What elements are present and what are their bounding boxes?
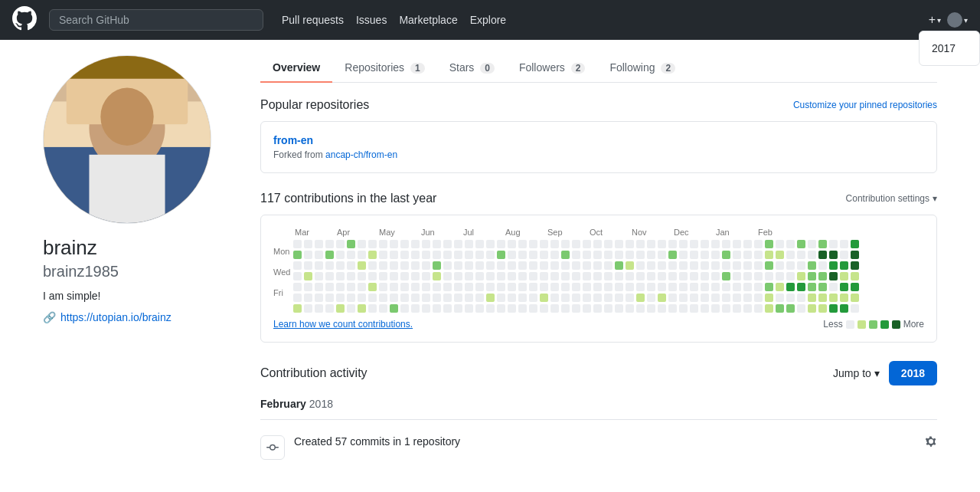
graph-cell[interactable] <box>336 294 345 302</box>
graph-cell[interactable] <box>347 283 355 291</box>
graph-cell[interactable] <box>658 240 666 248</box>
graph-cell[interactable] <box>465 240 473 248</box>
graph-cell[interactable] <box>379 240 387 248</box>
graph-cell[interactable] <box>690 251 698 259</box>
graph-cell[interactable] <box>829 304 838 313</box>
graph-cell[interactable] <box>593 272 602 280</box>
graph-cell[interactable] <box>561 261 570 270</box>
graph-cell[interactable] <box>786 251 795 259</box>
graph-cell[interactable] <box>508 294 516 302</box>
graph-cell[interactable] <box>765 240 773 248</box>
graph-cell[interactable] <box>583 261 591 270</box>
graph-cell[interactable] <box>593 304 602 313</box>
graph-cell[interactable] <box>765 272 773 280</box>
graph-cell[interactable] <box>465 304 473 313</box>
graph-cell[interactable] <box>454 261 462 270</box>
graph-cell[interactable] <box>400 272 409 280</box>
graph-cell[interactable] <box>829 240 838 248</box>
graph-cell[interactable] <box>690 304 698 313</box>
graph-cell[interactable] <box>325 261 334 270</box>
graph-cell[interactable] <box>540 294 548 302</box>
graph-cell[interactable] <box>829 251 838 259</box>
graph-cell[interactable] <box>636 294 645 302</box>
graph-cell[interactable] <box>379 251 387 259</box>
graph-cell[interactable] <box>433 304 441 313</box>
graph-cell[interactable] <box>808 272 816 280</box>
graph-cell[interactable] <box>572 294 580 302</box>
graph-cell[interactable] <box>743 272 752 280</box>
graph-cell[interactable] <box>690 261 698 270</box>
graph-cell[interactable] <box>540 261 548 270</box>
graph-cell[interactable] <box>626 240 634 248</box>
graph-cell[interactable] <box>593 283 602 291</box>
graph-cell[interactable] <box>701 294 709 302</box>
graph-cell[interactable] <box>818 304 827 313</box>
graph-cell[interactable] <box>776 304 784 313</box>
graph-cell[interactable] <box>722 251 730 259</box>
graph-cell[interactable] <box>658 272 666 280</box>
graph-cell[interactable] <box>572 304 580 313</box>
graph-cell[interactable] <box>475 304 484 313</box>
graph-cell[interactable] <box>658 294 666 302</box>
graph-cell[interactable] <box>540 240 548 248</box>
graph-cell[interactable] <box>561 283 570 291</box>
graph-cell[interactable] <box>443 240 452 248</box>
graph-cell[interactable] <box>743 240 752 248</box>
graph-cell[interactable] <box>572 283 580 291</box>
graph-cell[interactable] <box>347 261 355 270</box>
graph-cell[interactable] <box>518 294 527 302</box>
graph-cell[interactable] <box>626 283 634 291</box>
graph-cell[interactable] <box>325 283 334 291</box>
graph-cell[interactable] <box>443 304 452 313</box>
graph-cell[interactable] <box>465 272 473 280</box>
graph-cell[interactable] <box>765 251 773 259</box>
graph-cell[interactable] <box>540 272 548 280</box>
github-logo[interactable] <box>12 6 37 34</box>
graph-cell[interactable] <box>465 294 473 302</box>
graph-cell[interactable] <box>315 294 323 302</box>
graph-cell[interactable] <box>679 261 688 270</box>
graph-cell[interactable] <box>786 261 795 270</box>
graph-cell[interactable] <box>583 283 591 291</box>
graph-cell[interactable] <box>336 283 345 291</box>
graph-cell[interactable] <box>636 283 645 291</box>
graph-cell[interactable] <box>593 294 602 302</box>
graph-cell[interactable] <box>668 261 677 270</box>
graph-cell[interactable] <box>626 261 634 270</box>
graph-cell[interactable] <box>572 251 580 259</box>
graph-cell[interactable] <box>475 272 484 280</box>
graph-cell[interactable] <box>561 304 570 313</box>
nav-issues[interactable]: Issues <box>356 14 387 26</box>
graph-cell[interactable] <box>615 272 623 280</box>
graph-cell[interactable] <box>851 272 859 280</box>
graph-cell[interactable] <box>293 240 302 248</box>
graph-cell[interactable] <box>390 294 398 302</box>
graph-cell[interactable] <box>818 283 827 291</box>
graph-cell[interactable] <box>550 283 559 291</box>
graph-cell[interactable] <box>443 272 452 280</box>
graph-cell[interactable] <box>797 240 805 248</box>
graph-cell[interactable] <box>797 294 805 302</box>
graph-cell[interactable] <box>400 283 409 291</box>
graph-cell[interactable] <box>743 251 752 259</box>
graph-cell[interactable] <box>636 304 645 313</box>
graph-cell[interactable] <box>486 272 495 280</box>
graph-cell[interactable] <box>486 240 495 248</box>
graph-cell[interactable] <box>293 294 302 302</box>
graph-cell[interactable] <box>400 251 409 259</box>
graph-cell[interactable] <box>583 304 591 313</box>
graph-cell[interactable] <box>818 294 827 302</box>
graph-cell[interactable] <box>379 304 387 313</box>
graph-cell[interactable] <box>529 283 537 291</box>
graph-cell[interactable] <box>433 251 441 259</box>
graph-cell[interactable] <box>615 304 623 313</box>
graph-cell[interactable] <box>829 294 838 302</box>
graph-cell[interactable] <box>636 261 645 270</box>
graph-cell[interactable] <box>604 251 612 259</box>
graph-cell[interactable] <box>550 251 559 259</box>
graph-cell[interactable] <box>293 272 302 280</box>
graph-cell[interactable] <box>518 261 527 270</box>
graph-cell[interactable] <box>658 251 666 259</box>
graph-cell[interactable] <box>368 240 377 248</box>
graph-cell[interactable] <box>304 240 312 248</box>
